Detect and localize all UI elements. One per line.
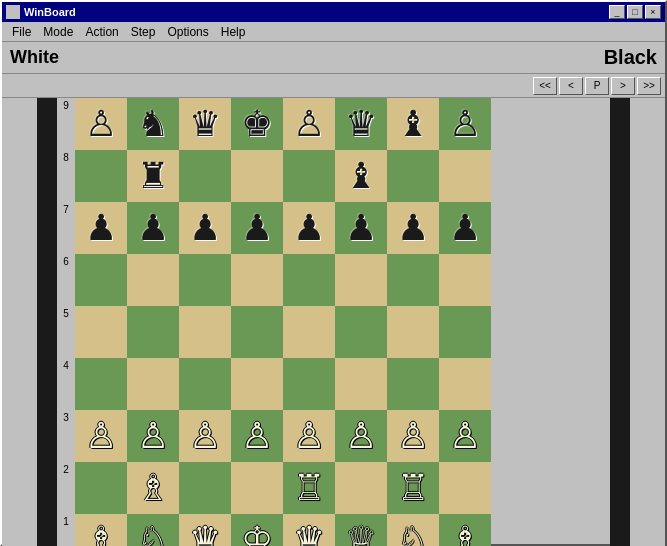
cell-6-4[interactable]: ♙	[283, 410, 335, 462]
cell-7-0[interactable]	[75, 462, 127, 514]
cell-8-5[interactable]: ♕	[335, 514, 387, 546]
cell-0-3[interactable]: ♚	[231, 98, 283, 150]
cell-5-1[interactable]	[127, 358, 179, 410]
cell-6-2[interactable]: ♙	[179, 410, 231, 462]
cell-4-7[interactable]	[439, 306, 491, 358]
minimize-button[interactable]: _	[609, 5, 625, 19]
cell-2-0[interactable]: ♟	[75, 202, 127, 254]
cell-1-4[interactable]	[283, 150, 335, 202]
cell-3-6[interactable]	[387, 254, 439, 306]
cell-7-7[interactable]	[439, 462, 491, 514]
cell-0-6[interactable]: ♝	[387, 98, 439, 150]
cell-3-2[interactable]	[179, 254, 231, 306]
cell-6-7[interactable]: ♙	[439, 410, 491, 462]
cell-1-6[interactable]	[387, 150, 439, 202]
piece-b-♛: ♛	[345, 106, 377, 142]
cell-4-3[interactable]	[231, 306, 283, 358]
cell-8-1[interactable]: ♘	[127, 514, 179, 546]
cell-6-3[interactable]: ♙	[231, 410, 283, 462]
cell-2-1[interactable]: ♟	[127, 202, 179, 254]
player-bar: White Black	[2, 42, 665, 74]
white-player-label: White	[10, 47, 604, 68]
cell-7-3[interactable]	[231, 462, 283, 514]
cell-3-4[interactable]	[283, 254, 335, 306]
cell-4-5[interactable]	[335, 306, 387, 358]
cell-1-2[interactable]	[179, 150, 231, 202]
cell-6-5[interactable]: ♙	[335, 410, 387, 462]
cell-4-0[interactable]	[75, 306, 127, 358]
cell-3-3[interactable]	[231, 254, 283, 306]
nav-end[interactable]: >>	[637, 77, 661, 95]
cell-5-3[interactable]	[231, 358, 283, 410]
window-title: WinBoard	[24, 6, 76, 18]
cell-4-2[interactable]	[179, 306, 231, 358]
cell-7-4[interactable]: ♖	[283, 462, 335, 514]
cell-6-1[interactable]: ♙	[127, 410, 179, 462]
piece-w-♙: ♙	[397, 418, 429, 454]
menu-mode[interactable]: Mode	[37, 23, 79, 41]
cell-5-5[interactable]	[335, 358, 387, 410]
cell-8-2[interactable]: ♛	[179, 514, 231, 546]
cell-7-2[interactable]	[179, 462, 231, 514]
cell-4-4[interactable]	[283, 306, 335, 358]
cell-0-0[interactable]: ♙	[75, 98, 127, 150]
rank-4: 4	[57, 358, 75, 410]
cell-4-1[interactable]	[127, 306, 179, 358]
cell-2-5[interactable]: ♟	[335, 202, 387, 254]
cell-8-6[interactable]: ♘	[387, 514, 439, 546]
menu-action[interactable]: Action	[79, 23, 124, 41]
nav-pause[interactable]: P	[585, 77, 609, 95]
cell-2-3[interactable]: ♟	[231, 202, 283, 254]
piece-w-♙: ♙	[345, 418, 377, 454]
app-icon	[6, 5, 20, 19]
nav-next[interactable]: >	[611, 77, 635, 95]
cell-8-7[interactable]: ♗	[439, 514, 491, 546]
main-area: 9 8 7 6 5 4 3 2 1 ♙♞♛♚♙♛♝♙♜♝♟♟♟♟♟♟♟♟♙♙♙♙…	[2, 98, 665, 546]
piece-b-♟: ♟	[137, 210, 169, 246]
cell-7-6[interactable]: ♖	[387, 462, 439, 514]
cell-2-7[interactable]: ♟	[439, 202, 491, 254]
cell-3-0[interactable]	[75, 254, 127, 306]
close-button[interactable]: ×	[645, 5, 661, 19]
cell-8-4[interactable]: ♛	[283, 514, 335, 546]
cell-5-6[interactable]	[387, 358, 439, 410]
cell-0-1[interactable]: ♞	[127, 98, 179, 150]
cell-2-4[interactable]: ♟	[283, 202, 335, 254]
menu-options[interactable]: Options	[161, 23, 214, 41]
cell-6-0[interactable]: ♙	[75, 410, 127, 462]
piece-w-♗: ♗	[137, 470, 169, 506]
piece-w-♗: ♗	[449, 522, 481, 546]
cell-0-5[interactable]: ♛	[335, 98, 387, 150]
maximize-button[interactable]: □	[627, 5, 643, 19]
cell-1-1[interactable]: ♜	[127, 150, 179, 202]
board-area: 9 8 7 6 5 4 3 2 1 ♙♞♛♚♙♛♝♙♜♝♟♟♟♟♟♟♟♟♙♙♙♙…	[57, 98, 610, 546]
cell-1-7[interactable]	[439, 150, 491, 202]
cell-3-7[interactable]	[439, 254, 491, 306]
cell-2-6[interactable]: ♟	[387, 202, 439, 254]
menu-help[interactable]: Help	[215, 23, 252, 41]
cell-5-7[interactable]	[439, 358, 491, 410]
cell-1-0[interactable]	[75, 150, 127, 202]
cell-7-5[interactable]	[335, 462, 387, 514]
cell-1-3[interactable]	[231, 150, 283, 202]
cell-4-6[interactable]	[387, 306, 439, 358]
menu-step[interactable]: Step	[125, 23, 162, 41]
menu-file[interactable]: File	[6, 23, 37, 41]
cell-0-2[interactable]: ♛	[179, 98, 231, 150]
cell-5-0[interactable]	[75, 358, 127, 410]
cell-1-5[interactable]: ♝	[335, 150, 387, 202]
nav-start[interactable]: <<	[533, 77, 557, 95]
cell-0-4[interactable]: ♙	[283, 98, 335, 150]
cell-0-7[interactable]: ♙	[439, 98, 491, 150]
cell-8-3[interactable]: ♔	[231, 514, 283, 546]
cell-3-5[interactable]	[335, 254, 387, 306]
cell-3-1[interactable]	[127, 254, 179, 306]
cell-8-0[interactable]: ♗	[75, 514, 127, 546]
cell-5-4[interactable]	[283, 358, 335, 410]
nav-prev[interactable]: <	[559, 77, 583, 95]
cell-2-2[interactable]: ♟	[179, 202, 231, 254]
piece-w-♕: ♕	[345, 522, 377, 546]
cell-7-1[interactable]: ♗	[127, 462, 179, 514]
cell-6-6[interactable]: ♙	[387, 410, 439, 462]
cell-5-2[interactable]	[179, 358, 231, 410]
